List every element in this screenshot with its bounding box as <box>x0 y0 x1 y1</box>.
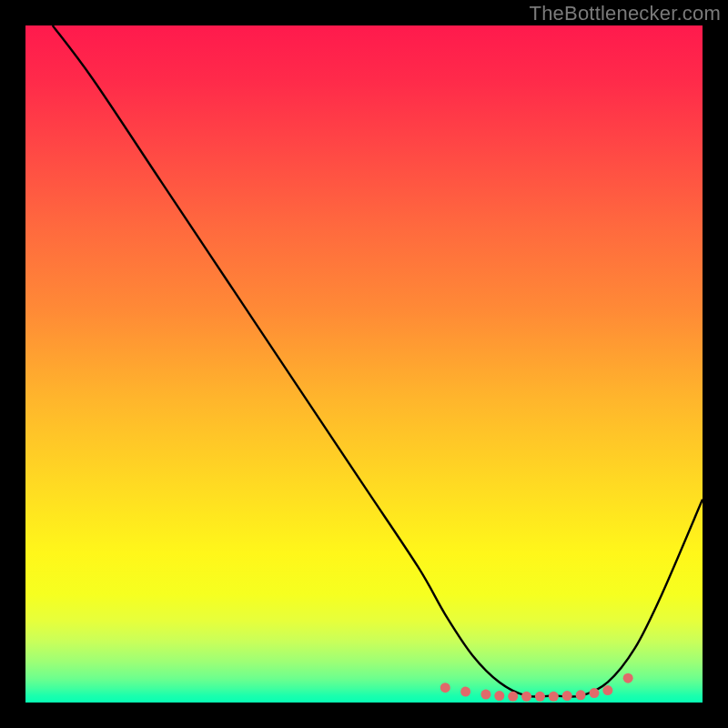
marker-dot <box>576 690 586 700</box>
marker-dot <box>460 687 470 697</box>
marker-dot <box>494 691 504 701</box>
curve-layer <box>25 25 703 703</box>
marker-dot <box>549 692 559 702</box>
flat-region-dots <box>440 673 633 702</box>
curve-line <box>53 25 703 697</box>
marker-dot <box>521 692 531 702</box>
bottleneck-curve <box>53 25 703 697</box>
chart-frame: TheBottlenecker.com <box>0 0 728 728</box>
watermark-text: TheBottlenecker.com <box>530 2 721 25</box>
marker-dot <box>535 692 545 702</box>
plot-area <box>25 25 703 703</box>
marker-dot <box>589 688 599 698</box>
marker-dot <box>562 691 572 701</box>
marker-dot <box>440 682 450 693</box>
marker-dot <box>508 692 518 702</box>
marker-dot <box>602 685 612 695</box>
marker-dot <box>623 673 633 683</box>
marker-dot <box>480 690 490 700</box>
